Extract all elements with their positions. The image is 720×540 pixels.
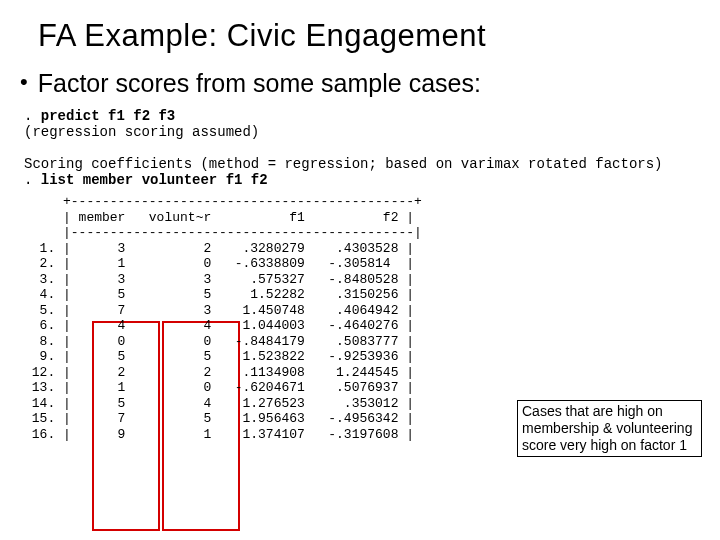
code-block: . predict f1 f2 f3 (regression scoring a… <box>24 108 702 188</box>
table-row: 13. | 1 0 -.6204671 .5076937 | <box>24 380 414 395</box>
code-command: list member volunteer f1 f2 <box>41 172 268 188</box>
code-line: Scoring coefficients (method = regressio… <box>24 156 663 172</box>
table-row: 2. | 1 0 -.6338809 -.305814 | <box>24 256 414 271</box>
bullet-text: Factor scores from some sample cases: <box>38 68 481 98</box>
bullet-icon: • <box>20 68 28 96</box>
annotation-box: Cases that are high on membership & volu… <box>517 400 702 457</box>
table-row: 9. | 5 5 1.523822 -.9253936 | <box>24 349 414 364</box>
table-border: |---------------------------------------… <box>24 225 422 240</box>
slide-title: FA Example: Civic Engagement <box>38 18 702 54</box>
code-line: (regression scoring assumed) <box>24 124 259 140</box>
table-row: 1. | 3 2 .3280279 .4303528 | <box>24 241 414 256</box>
table-row: 12. | 2 2 .1134908 1.244545 | <box>24 365 414 380</box>
table-row: 4. | 5 5 1.52282 .3150256 | <box>24 287 414 302</box>
table-row: 8. | 0 0 -.8484179 .5083777 | <box>24 334 414 349</box>
table-row: 5. | 7 3 1.450748 .4064942 | <box>24 303 414 318</box>
table-row: 16. | 9 1 1.374107 -.3197608 | <box>24 427 414 442</box>
table-border: +---------------------------------------… <box>24 194 422 209</box>
table-row: 3. | 3 3 .575327 -.8480528 | <box>24 272 414 287</box>
table-header: | member volunt~r f1 f2 | <box>24 210 414 225</box>
code-command: predict f1 f2 f3 <box>41 108 175 124</box>
table-row: 6. | 4 4 1.044003 -.4640276 | <box>24 318 414 333</box>
code-line: . <box>24 172 41 188</box>
table-row: 15. | 7 5 1.956463 -.4956342 | <box>24 411 414 426</box>
bullet-item: • Factor scores from some sample cases: <box>20 68 702 98</box>
table-row: 14. | 5 4 1.276523 .353012 | <box>24 396 414 411</box>
code-line: . <box>24 108 41 124</box>
